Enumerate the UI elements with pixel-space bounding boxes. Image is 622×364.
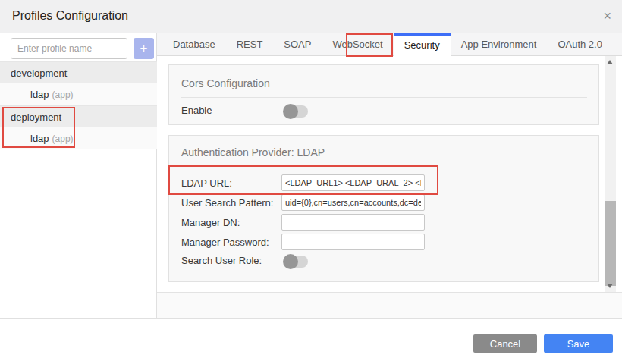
user-search-pattern-label: User Search Pattern:: [181, 197, 273, 209]
scrollbar-thumb[interactable]: [605, 201, 616, 286]
cancel-button[interactable]: Cancel: [473, 334, 537, 353]
scroll-up-icon[interactable]: [607, 60, 613, 64]
section-divider: [181, 97, 587, 98]
toggle-knob: [283, 254, 298, 269]
search-user-role-toggle[interactable]: [284, 256, 308, 268]
dialog-bottom-border: [0, 318, 622, 319]
profiles-sidebar: + development ldap(app) deployment ldap(…: [0, 33, 157, 319]
profiles-list: development ldap(app) deployment ldap(ap…: [0, 61, 157, 149]
app-suffix: (app): [52, 89, 74, 100]
tab-security[interactable]: Security: [394, 33, 451, 57]
dialog-title: Profiles Configuration: [12, 9, 128, 23]
sidebar-item-ldap-development[interactable]: ldap(app): [0, 83, 157, 105]
settings-tabbar: Database REST SOAP WebSocket Security Ap…: [157, 33, 622, 56]
auth-section-title: Authentication Provider: LDAP: [181, 146, 325, 158]
tab-rest[interactable]: REST: [226, 33, 274, 56]
profile-name-input[interactable]: [11, 38, 127, 59]
tab-soap[interactable]: SOAP: [273, 33, 322, 56]
security-tab-content: Cors Configuration Enable Authentication…: [157, 56, 622, 292]
tab-oauth[interactable]: OAuth 2.0: [547, 33, 613, 56]
tab-database[interactable]: Database: [162, 33, 226, 56]
manager-dn-input[interactable]: [281, 214, 425, 231]
enable-label: Enable: [181, 105, 212, 116]
sidebar-item-deployment[interactable]: deployment: [0, 105, 157, 127]
manager-dn-label: Manager DN:: [181, 217, 240, 228]
cors-enable-toggle[interactable]: [284, 105, 308, 118]
section-divider: [181, 165, 587, 165]
sidebar-item-ldap-deployment[interactable]: ldap(app): [0, 127, 157, 149]
cors-section-title: Cors Configuration: [181, 77, 270, 89]
profiles-configuration-dialog: Profiles Configuration × + development l…: [0, 0, 622, 364]
app-suffix: (app): [52, 133, 74, 144]
scroll-down-icon[interactable]: [607, 284, 613, 288]
tab-websocket[interactable]: WebSocket: [322, 33, 393, 56]
user-search-pattern-input[interactable]: [281, 194, 425, 211]
vertical-scrollbar[interactable]: [605, 56, 616, 292]
cors-configuration-panel: Cors Configuration Enable: [168, 64, 599, 125]
close-icon[interactable]: ×: [603, 7, 611, 25]
save-button[interactable]: Save: [544, 334, 613, 353]
ldap-url-input[interactable]: [281, 174, 425, 191]
dialog-header: Profiles Configuration ×: [0, 0, 622, 33]
manager-password-input[interactable]: [281, 234, 425, 250]
add-profile-button[interactable]: +: [134, 38, 154, 59]
tab-app-environment[interactable]: App Environment: [451, 33, 548, 56]
manager-password-label: Manager Password:: [181, 237, 269, 248]
toggle-knob: [283, 104, 298, 119]
sidebar-item-development[interactable]: development: [0, 61, 157, 83]
content-bottom-strip: [157, 292, 622, 319]
ldap-auth-panel: Authentication Provider: LDAP LDAP URL: …: [168, 135, 599, 282]
ldap-url-label: LDAP URL:: [181, 177, 232, 189]
search-user-role-label: Search User Role:: [181, 255, 262, 266]
